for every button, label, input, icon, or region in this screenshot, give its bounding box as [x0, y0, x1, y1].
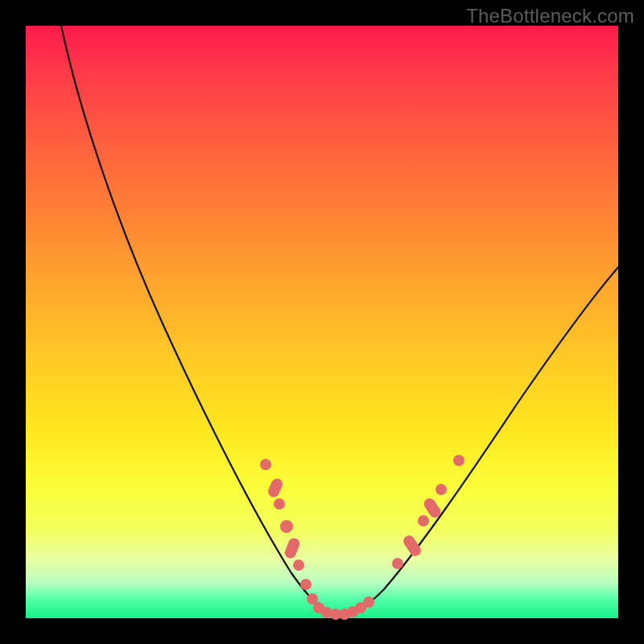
outer-frame: TheBottleneck.com: [0, 0, 644, 644]
marker-dot: [283, 536, 302, 559]
marker-dot: [274, 498, 285, 510]
marker-dot: [436, 484, 447, 495]
marker-dot: [266, 477, 285, 499]
bottleneck-curve: [61, 26, 618, 614]
marker-dot: [280, 520, 293, 533]
plot-area: [26, 26, 618, 618]
marker-dot: [392, 558, 403, 569]
marker-dot: [418, 515, 429, 526]
curve-layer: [26, 26, 618, 618]
marker-dot: [293, 559, 304, 571]
watermark-text: TheBottleneck.com: [466, 5, 634, 27]
marker-dot: [363, 597, 374, 608]
marker-dot: [401, 533, 423, 558]
marker-dot: [300, 579, 312, 590]
marker-dot: [453, 455, 464, 466]
marker-dot: [260, 459, 271, 470]
